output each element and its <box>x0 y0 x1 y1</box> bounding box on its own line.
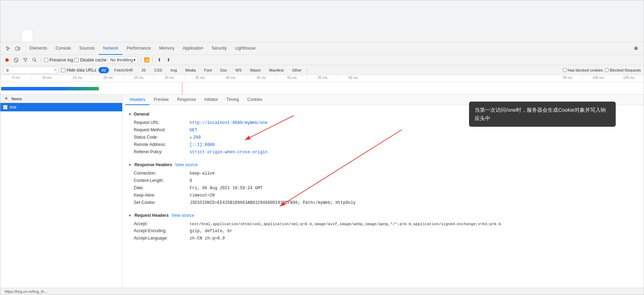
tab-memory[interactable]: Memory <box>155 42 178 55</box>
detail-content: ▼ General Request URL: http://localhost:… <box>123 105 644 288</box>
preserve-log-checkbox[interactable]: Preserve log <box>44 58 73 62</box>
hide-data-urls-checkbox[interactable]: Hide data URLs <box>61 68 96 73</box>
accept-row: Accept: text/html,application/xhtml+xml,… <box>128 220 638 227</box>
filter-doc-button[interactable]: Doc <box>217 67 230 73</box>
search-icon[interactable] <box>30 56 38 64</box>
timeline-area: 5 ms 10 ms 15 ms 20 ms 25 ms 30 ms 35 ms… <box>0 75 644 95</box>
search-input[interactable] <box>3 67 59 74</box>
status-code-row: Status Code: 200 <box>128 134 638 141</box>
tick-25ms: 25 ms <box>123 76 154 80</box>
filter-all-button[interactable]: All <box>98 67 109 73</box>
tab-elements[interactable]: Elements <box>25 42 51 55</box>
timeline-ruler: 5 ms 10 ms 15 ms 20 ms 25 ms 30 ms 35 ms… <box>0 75 644 82</box>
offline-icon[interactable]: 📶 <box>144 57 149 62</box>
browser-chrome <box>0 0 644 42</box>
response-headers-section-header[interactable]: ▼ Response Headers View source <box>128 160 638 170</box>
filter-manifest-button[interactable]: Manifest <box>266 67 287 73</box>
tab-security[interactable]: Security <box>207 42 231 55</box>
requests-header: ✕ Name <box>0 95 122 103</box>
filter-bar: ✕ Hide data URLs All Fetch/XHR JS CSS Im… <box>0 65 644 75</box>
accept-encoding-row: Accept-Encoding: gzip, deflate, br <box>128 227 638 235</box>
tick-35ms: 35 ms <box>184 76 215 80</box>
response-headers-view-source[interactable]: View source <box>175 162 198 167</box>
filter-other-button[interactable]: Other <box>289 67 305 73</box>
requests-close-icon[interactable]: ✕ <box>3 96 9 102</box>
filter-media-button[interactable]: Media <box>182 67 199 73</box>
connection-row: Connection: keep-alive <box>128 170 638 177</box>
general-toggle-icon: ▼ <box>128 112 132 116</box>
disable-cache-checkbox[interactable]: Disable cache <box>74 58 106 62</box>
browser-tab[interactable] <box>21 29 33 42</box>
export-icon[interactable]: ⬇ <box>164 56 172 64</box>
filter-font-button[interactable]: Font <box>201 67 215 73</box>
requests-list: one <box>0 103 122 288</box>
request-headers-view-source[interactable]: View source <box>171 213 194 218</box>
tick-95ms: 95 ms <box>552 76 583 80</box>
filter-css-button[interactable]: CSS <box>151 67 166 73</box>
svg-rect-0 <box>16 47 19 50</box>
content-length-row: Content-Length: 0 <box>128 177 638 184</box>
filter-fetchxhr-button[interactable]: Fetch/XHR <box>111 67 136 73</box>
tick-55ms: 55 ms <box>307 76 337 80</box>
inspect-element-icon[interactable] <box>3 44 13 53</box>
remote-address-row: Remote Address: [::1]:8080 <box>128 141 638 148</box>
tab-performance[interactable]: Performance <box>123 42 155 55</box>
request-headers-toggle-icon: ▼ <box>128 214 132 217</box>
network-toolbar: Preserve log Disable cache No throttling… <box>0 55 644 65</box>
waterfall-loading-bar <box>1 87 99 90</box>
tab-network[interactable]: Network <box>99 42 123 55</box>
tick-5ms: 5 ms <box>0 76 31 80</box>
throttle-dropdown[interactable]: No throttling ▾ <box>108 57 138 64</box>
set-cookie-row: Set-Cookie: JSESSIONID=EE435B1D9663AB832… <box>128 199 638 206</box>
clear-button[interactable] <box>12 56 20 64</box>
tab-cookies[interactable]: Cookies <box>243 95 266 105</box>
tab-timing[interactable]: Timing <box>222 95 243 105</box>
tick-20ms: 20 ms <box>92 76 123 80</box>
tab-preview[interactable]: Preview <box>149 95 173 105</box>
referrer-policy-row: Referrer Policy: strict-origin-when-cros… <box>128 148 638 156</box>
record-button[interactable] <box>3 56 11 64</box>
accept-language-row: Accept-Language: zh-CN zh:q=0.9 <box>128 235 638 242</box>
svg-rect-1 <box>19 47 20 50</box>
tick-105ms: 105 ms <box>613 76 644 80</box>
tab-sources[interactable]: Sources <box>75 42 99 55</box>
search-wrap: ✕ <box>3 67 59 74</box>
import-icon[interactable]: ⬆ <box>155 56 163 64</box>
filter-icon[interactable] <box>21 56 29 64</box>
device-toolbar-icon[interactable] <box>13 44 23 53</box>
status-url: https://hcg.cn.m/hcg_fn... <box>5 289 47 294</box>
tab-lighthouse[interactable]: Lighthouse <box>231 42 260 55</box>
filter-js-button[interactable]: JS <box>138 67 149 73</box>
tab-console[interactable]: Console <box>51 42 75 55</box>
request-item-one[interactable]: one <box>0 103 122 111</box>
svg-line-6 <box>35 61 36 62</box>
blocked-requests-checkbox[interactable]: Blocked Requests <box>605 68 641 72</box>
annotation-overlay: 当第一次访问/one时，服务器会生成Cookie对象并写入响应头中 <box>469 102 616 127</box>
tick-40ms: 40 ms <box>215 76 246 80</box>
requests-panel: ✕ Name one <box>0 95 123 288</box>
filter-img-button[interactable]: Img <box>167 67 180 73</box>
filter-ws-button[interactable]: WS <box>232 67 245 73</box>
svg-point-5 <box>32 58 35 61</box>
throttle-dropdown-arrow: ▾ <box>133 58 136 62</box>
tick-100ms: 100 ms <box>583 76 613 80</box>
tick-50ms: 50 ms <box>276 76 307 80</box>
timeline-waterfall <box>0 82 644 95</box>
tick-15ms: 15 ms <box>61 76 92 80</box>
search-clear-icon[interactable]: ✕ <box>54 68 57 72</box>
svg-point-2 <box>5 58 9 62</box>
import-export-group: ⬆ ⬇ <box>155 56 172 64</box>
tab-initiator[interactable]: Initiator <box>200 95 222 105</box>
tab-response[interactable]: Response <box>173 95 200 105</box>
settings-icon[interactable] <box>631 44 641 53</box>
tick-30ms: 30 ms <box>154 76 184 80</box>
has-blocked-cookies-checkbox[interactable]: Has blocked cookies <box>563 68 603 72</box>
tab-headers[interactable]: Headers <box>125 95 149 105</box>
timeline-cursor <box>182 82 182 95</box>
tick-10ms: 10 ms <box>31 76 62 80</box>
keep-alive-row: Keep-Alive: timeout=20 <box>128 192 638 199</box>
status-bar: https://hcg.cn.m/hcg_fn... <box>0 288 644 295</box>
filter-wasm-button[interactable]: Wasm <box>247 67 264 73</box>
tab-application[interactable]: Application <box>178 42 207 55</box>
request-headers-section-header[interactable]: ▼ Request Headers View source <box>128 211 638 220</box>
